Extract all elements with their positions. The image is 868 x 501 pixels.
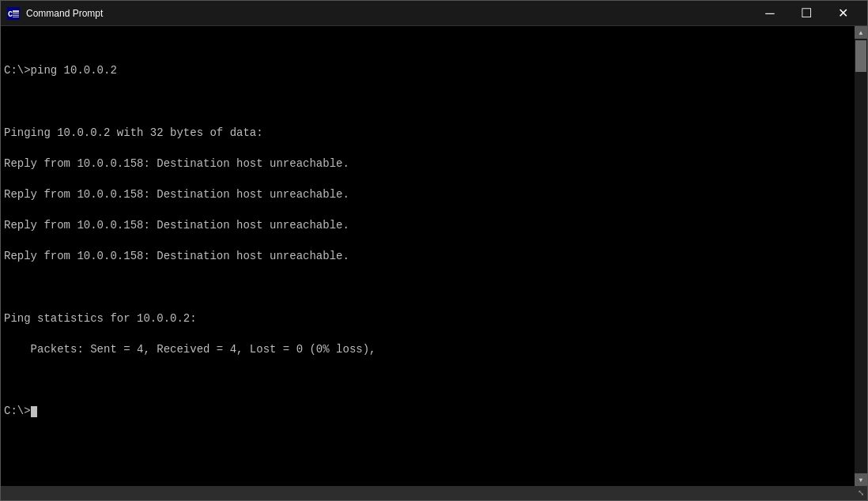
window-controls: ─ ☐ ✕ xyxy=(752,1,861,26)
terminal-line xyxy=(4,281,851,296)
terminal-line xyxy=(4,32,851,48)
scrollbar-down-button[interactable]: ▼ xyxy=(855,473,867,486)
terminal-line xyxy=(4,373,851,389)
content-area: C:\>ping 10.0.0.2 Pinging 10.0.0.2 with … xyxy=(1,26,867,486)
minimize-button[interactable]: ─ xyxy=(752,1,788,26)
window-title: Command Prompt xyxy=(26,8,752,19)
terminal-line: Pinging 10.0.0.2 with 32 bytes of data: xyxy=(4,126,851,141)
cursor xyxy=(31,406,37,417)
scrollbar-thumb[interactable] xyxy=(855,40,866,72)
scrollbar-up-button[interactable]: ▲ xyxy=(855,26,867,39)
cmd-icon: C xyxy=(7,7,20,20)
scrollbar-inner xyxy=(855,39,867,473)
svg-rect-4 xyxy=(13,15,19,16)
restore-button[interactable]: ☐ xyxy=(788,1,825,26)
terminal-line: Ping statistics for 10.0.0.2: xyxy=(4,311,851,327)
terminal-line: Reply from 10.0.0.158: Destination host … xyxy=(4,156,851,172)
resize-icon[interactable]: ⤡ xyxy=(855,487,867,499)
close-button[interactable]: ✕ xyxy=(825,1,861,26)
terminal-line: Reply from 10.0.0.158: Destination host … xyxy=(4,218,851,234)
terminal-line: Reply from 10.0.0.158: Destination host … xyxy=(4,249,851,265)
svg-text:C: C xyxy=(8,10,13,19)
terminal-line: Reply from 10.0.0.158: Destination host … xyxy=(4,187,851,203)
terminal-line: Packets: Sent = 4, Received = 4, Lost = … xyxy=(4,342,851,358)
terminal-line: C:\>ping 10.0.0.2 xyxy=(4,63,851,79)
title-bar: C Command Prompt ─ ☐ ✕ xyxy=(1,1,867,26)
terminal-line xyxy=(4,94,851,110)
command-prompt-window: C Command Prompt ─ ☐ ✕ C:\>ping 10.0.0.2… xyxy=(0,0,868,501)
svg-rect-3 xyxy=(13,13,19,14)
status-bar: ⤡ xyxy=(1,486,867,500)
terminal-output[interactable]: C:\>ping 10.0.0.2 Pinging 10.0.0.2 with … xyxy=(1,26,855,486)
scrollbar-track: ▲ ▼ xyxy=(855,26,867,486)
terminal-line: C:\> xyxy=(4,404,851,420)
svg-rect-2 xyxy=(13,10,19,13)
svg-rect-5 xyxy=(13,17,19,17)
